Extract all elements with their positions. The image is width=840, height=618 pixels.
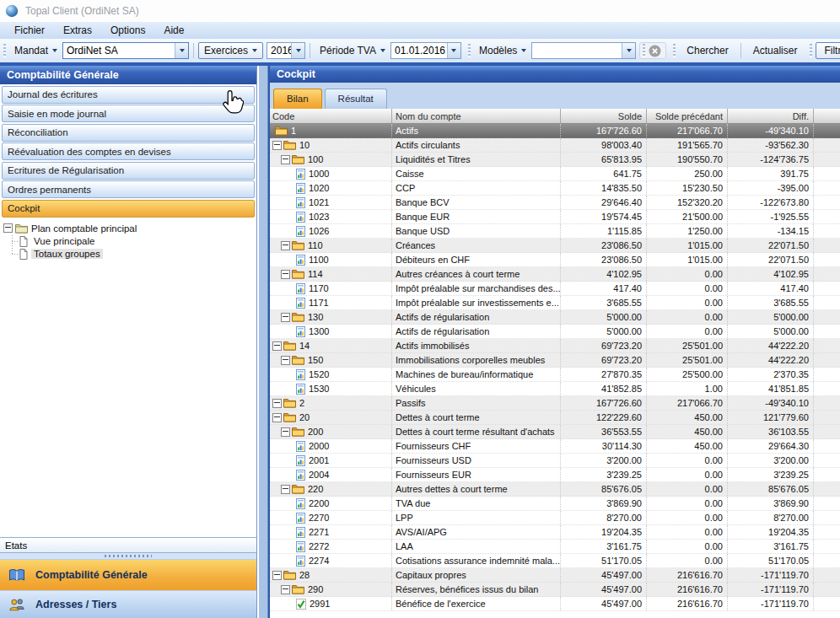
sidebar-item-r-conciliation[interactable]: Réconciliation xyxy=(2,124,255,142)
sidebar-item-r-valuation-des-comptes-en-devises[interactable]: Réévaluation des comptes en devises xyxy=(2,142,255,160)
collapse-icon[interactable] xyxy=(272,141,282,150)
mandat-label: Mandat xyxy=(14,45,48,56)
collapse-icon[interactable] xyxy=(3,223,13,233)
column-header-code[interactable]: Code xyxy=(270,109,392,123)
table-row-100[interactable]: 100 Liquidités et Titres 65'813.95 190'5… xyxy=(270,153,840,167)
table-row-2271[interactable]: 2271 AVS/AI/APG 19'204.35 0.00 19'204.35 xyxy=(270,525,840,540)
collapse-icon[interactable] xyxy=(272,413,282,422)
periode-tva-dropdown[interactable]: Période TVA xyxy=(315,43,390,58)
sidebar-splitter[interactable] xyxy=(0,553,256,559)
table-row-1170[interactable]: 1170 Impôt préalable sur marchandises de… xyxy=(270,282,840,296)
table-row-2004[interactable]: 2004 Fournisseurs EUR 3'239.25 0.00 3'23… xyxy=(270,468,840,482)
table-row-2001[interactable]: 2001 Fournisseurs USD 3'200.00 0.00 3'20… xyxy=(270,454,840,468)
module-comptabilite-generale[interactable]: Comptabilité Générale xyxy=(0,559,256,590)
sidebar-item-ordres-permanents[interactable]: Ordres permanents xyxy=(2,180,255,198)
menu-aide[interactable]: Aide xyxy=(154,23,193,38)
table-row-1023[interactable]: 1023 Banque EUR 19'574.45 21'500.00 -1'9… xyxy=(270,210,840,224)
column-header-diff[interactable]: Diff. xyxy=(728,109,814,123)
table-row-1000[interactable]: 1000 Caisse 641.75 250.00 391.75 xyxy=(270,167,840,181)
table-row-1020[interactable]: 1020 CCP 14'835.50 15'230.50 -395.00 xyxy=(270,181,840,196)
collapse-icon[interactable] xyxy=(272,341,282,351)
sidebar-item-cockpit[interactable]: Cockpit xyxy=(2,200,255,218)
account-code: 150 xyxy=(308,355,323,365)
cell-solde: 51'170.05 xyxy=(561,554,647,567)
table-row-20[interactable]: 20 Dettes à court terme 122'229.60 450.0… xyxy=(270,411,840,425)
collapse-icon[interactable] xyxy=(281,155,290,164)
table-row-150[interactable]: 150 Immobilisations corporelles meubles … xyxy=(270,353,840,368)
toolbar-grip[interactable] xyxy=(643,44,645,57)
table-row-110[interactable]: 110 Créances 23'086.50 1'015.00 22'071.5… xyxy=(270,239,840,253)
collapse-icon[interactable] xyxy=(281,270,290,279)
toolbar-grip[interactable] xyxy=(468,44,471,57)
modeles-combobox[interactable] xyxy=(531,42,636,59)
sidebar-item-ecritures-de-r-gularisation[interactable]: Ecritures de Régularisation xyxy=(2,162,255,180)
table-row-290[interactable]: 290 Réserves, bénéfices issus du bilan 4… xyxy=(270,583,840,597)
chevron-down-icon[interactable] xyxy=(447,43,460,58)
menu-extras[interactable]: Extras xyxy=(54,23,101,38)
mandat-combobox[interactable]: OrdiNet SA xyxy=(62,42,189,59)
table-row-2200[interactable]: 2200 TVA due 3'869.90 0.00 3'869.90 xyxy=(270,497,840,511)
exercices-dropdown[interactable]: Exercices xyxy=(198,42,263,59)
chevron-down-icon[interactable] xyxy=(175,43,188,58)
chevron-down-icon[interactable] xyxy=(291,43,304,58)
table-row-1300[interactable]: 1300 Actifs de régularisation 5'000.00 0… xyxy=(270,325,840,339)
table-row-1100[interactable]: 1100 Débiteurs en CHF 23'086.50 1'015.00… xyxy=(270,253,840,267)
collapse-icon[interactable] xyxy=(281,485,290,494)
table-row-2000[interactable]: 2000 Fournisseurs CHF 30'114.30 450.00 2… xyxy=(270,439,840,454)
toolbar-grip[interactable] xyxy=(3,44,6,57)
filtre-button[interactable]: Filtre xyxy=(816,42,840,59)
table-row-10[interactable]: 10 Actifs circulants 98'003.40 191'565.7… xyxy=(270,138,840,153)
table-row-2270[interactable]: 2270 LPP 8'270.00 0.00 8'270.00 xyxy=(270,511,840,525)
exercices-combobox[interactable]: 2016 xyxy=(267,42,305,59)
cell-diff: -171'119.70 xyxy=(728,583,814,596)
table-row-1530[interactable]: 1530 Véhicules 41'852.85 1.00 41'851.85 xyxy=(270,382,840,396)
tree-item-vue-principale[interactable]: Vue principale xyxy=(12,235,256,248)
table-row-1[interactable]: 1 Actifs 167'726.60 217'066.70 -49'340.1… xyxy=(270,124,840,138)
table-row-220[interactable]: 220 Autres dettes à court terme 85'676.0… xyxy=(270,482,840,497)
etats-item[interactable]: Etats xyxy=(0,537,256,553)
menu-fichier[interactable]: Fichier xyxy=(5,23,54,38)
table-row-1021[interactable]: 1021 Banque BCV 29'646.40 152'320.20 -12… xyxy=(270,196,840,210)
tab-r-sultat[interactable]: Résultat xyxy=(325,89,387,109)
periode-tva-combobox[interactable]: 01.01.2016 xyxy=(390,42,461,59)
table-row-2[interactable]: 2 Passifs 167'726.60 217'066.70 -49'340.… xyxy=(270,396,840,411)
collapse-icon[interactable] xyxy=(281,427,290,437)
chercher-button[interactable]: Chercher xyxy=(679,43,735,58)
chevron-down-icon[interactable] xyxy=(622,43,635,58)
cell-code: 1020 xyxy=(270,181,392,195)
tree-item-totaux-groupes[interactable]: Totaux groupes xyxy=(12,248,256,261)
toolbar-grip[interactable] xyxy=(673,44,676,57)
collapse-icon[interactable] xyxy=(272,399,282,408)
table-row-2991[interactable]: 2991 Bénéfice de l'exercice 45'497.00 21… xyxy=(270,597,840,611)
table-row-1026[interactable]: 1026 Banque USD 1'115.85 1'250.00 -134.1… xyxy=(270,224,840,239)
collapse-icon[interactable] xyxy=(281,585,290,594)
table-row-1171[interactable]: 1171 Impôt préalable sur investissements… xyxy=(270,296,840,310)
tab-bilan[interactable]: Bilan xyxy=(273,89,322,109)
actualiser-button[interactable]: Actualiser xyxy=(746,43,805,58)
panel-splitter[interactable] xyxy=(257,66,268,618)
sidebar-item-saisie-en-mode-journal[interactable]: Saisie en mode journal xyxy=(2,105,255,122)
table-row-200[interactable]: 200 Dettes à court terme résultant d'ach… xyxy=(270,425,840,439)
table-row-114[interactable]: 114 Autres créances à court terme 4'102.… xyxy=(270,267,840,282)
table-row-2272[interactable]: 2272 LAA 3'161.75 0.00 3'161.75 xyxy=(270,540,840,554)
column-header-solde[interactable]: Solde xyxy=(561,109,647,123)
collapse-icon[interactable] xyxy=(272,571,282,580)
column-header-nom[interactable]: Nom du compte xyxy=(392,109,561,123)
sidebar-item-journal-des-critures[interactable]: Journal des écritures xyxy=(2,86,255,104)
toolbar-grip[interactable] xyxy=(810,44,812,57)
module-adresses-tiers[interactable]: Adresses / Tiers xyxy=(0,590,256,618)
table-row-14[interactable]: 14 Actifs immobilisés 69'723.20 25'501.0… xyxy=(270,339,840,353)
close-icon[interactable] xyxy=(649,45,661,57)
table-row-28[interactable]: 28 Capitaux propres 45'497.00 216'616.70… xyxy=(270,568,840,583)
collapse-icon[interactable] xyxy=(281,241,290,250)
collapse-icon[interactable] xyxy=(281,356,290,365)
mandat-dropdown[interactable]: Mandat xyxy=(9,43,62,58)
tree-item-plan-comptable[interactable]: Plan comptable principal xyxy=(3,222,256,235)
table-row-1520[interactable]: 1520 Machines de bureau/informatique 27'… xyxy=(270,368,840,382)
table-row-130[interactable]: 130 Actifs de régularisation 5'000.00 0.… xyxy=(270,310,840,325)
menu-options[interactable]: Options xyxy=(101,23,154,38)
modeles-dropdown[interactable]: Modèles xyxy=(474,43,531,58)
column-header-solde-precedant[interactable]: Solde précédant xyxy=(647,109,728,123)
collapse-icon[interactable] xyxy=(281,313,290,322)
table-row-2274[interactable]: 2274 Cotisations assurance indemnité mal… xyxy=(270,554,840,568)
